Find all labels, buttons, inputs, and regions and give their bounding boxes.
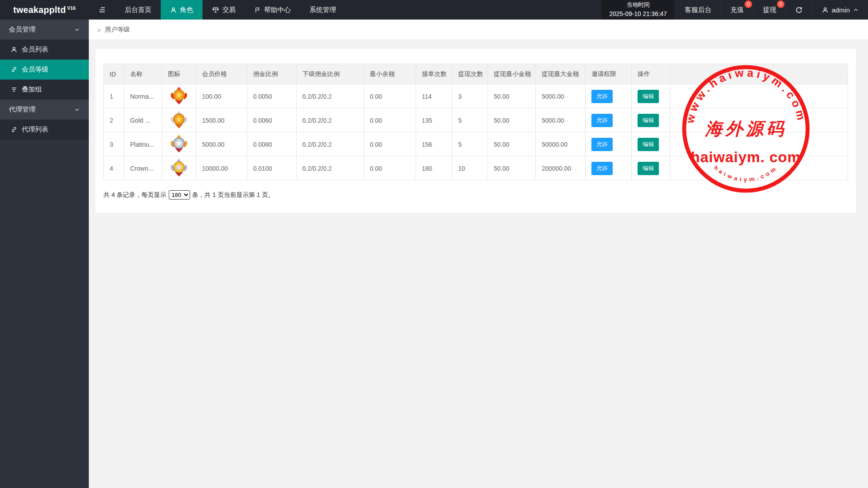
cell-icon: [162, 108, 196, 132]
cell-icon: [162, 84, 196, 108]
table-row: 2Gold ...1500.000.00600.2/0.2/0.20.00135…: [104, 108, 848, 132]
cell-empty: [670, 156, 848, 180]
user-name: admin: [832, 6, 850, 14]
column-header: ID: [104, 64, 124, 84]
cell-invite: 允许: [586, 84, 632, 108]
sidebar-item-label: 叠加组: [22, 85, 42, 94]
nav-item-recharge[interactable]: 充值0: [721, 0, 753, 20]
sidebar-group-agent-mgmt[interactable]: 代理管理: [0, 100, 89, 120]
local-time-label: 当地时间: [626, 0, 650, 9]
cell-action: 编辑: [632, 156, 670, 180]
cell-action: 编辑: [632, 132, 670, 156]
main-content: » 用户等级 ID名称图标会员价格佣金比例下级佣金比例最小余额接单次数提现次数提…: [89, 20, 868, 488]
column-header: 操作: [632, 64, 670, 84]
cell-withdraw-max: 5000.00: [536, 108, 586, 132]
cell-empty: [670, 132, 848, 156]
column-header: 最小余额: [364, 64, 416, 84]
cell-sub-commission: 0.2/0.2/0.2: [297, 156, 364, 180]
sidebar-group-member-mgmt[interactable]: 会员管理: [0, 20, 89, 40]
nav-item-withdraw[interactable]: 提现0: [753, 0, 785, 20]
nav-item-label: 角色: [180, 6, 193, 14]
notification-badge: 0: [745, 0, 752, 8]
table-row: 3Platinu...5000.000.00800.2/0.2/0.20.001…: [104, 132, 848, 156]
chevron-up-icon: [853, 7, 859, 13]
nav-item-help[interactable]: 帮助中心: [245, 0, 300, 20]
link-icon: [11, 66, 17, 73]
user-level-table: ID名称图标会员价格佣金比例下级佣金比例最小余额接单次数提现次数提现最小金额提现…: [103, 64, 848, 180]
nav-item-home[interactable]: 后台首页: [115, 0, 161, 20]
nav-item-label: 提现: [763, 6, 776, 14]
column-header: 邀请权限: [586, 64, 632, 84]
column-header: 下级佣金比例: [297, 64, 364, 84]
cell-sub-commission: 0.2/0.2/0.2: [297, 132, 364, 156]
nav-item-label: 帮助中心: [264, 6, 291, 14]
cell-withdraw-times: 5: [452, 132, 488, 156]
edit-button[interactable]: 编辑: [638, 162, 659, 175]
user-menu[interactable]: admin: [812, 0, 868, 20]
main-nav: 后台首页角色交易帮助中心系统管理: [115, 0, 345, 20]
allow-button[interactable]: 允许: [591, 114, 613, 127]
pagination-bar: 共 4 条记录，每页显示 180 条，共 1 页当前显示第 1 页。: [103, 190, 848, 200]
sidebar-item-label: 会员列表: [22, 45, 48, 54]
cell-withdraw-max: 50000.00: [536, 132, 586, 156]
nav-item-system[interactable]: 系统管理: [300, 0, 345, 20]
cell-orders: 180: [416, 156, 452, 180]
cell-orders: 156: [416, 132, 452, 156]
column-header-empty: [670, 64, 848, 84]
column-header: 提现最小金额: [488, 64, 536, 84]
cell-withdraw-times: 5: [452, 108, 488, 132]
medal-normal-icon: [170, 86, 188, 105]
sidebar: 会员管理会员列表会员等级叠加组代理管理代理列表: [0, 20, 89, 488]
cell-min-balance: 0.00: [364, 156, 416, 180]
cell-empty: [670, 84, 848, 108]
cell-sub-commission: 0.2/0.2/0.2: [297, 84, 364, 108]
column-header: 会员价格: [196, 64, 247, 84]
column-header: 名称: [124, 64, 162, 84]
column-header: 图标: [162, 64, 196, 84]
chevron-down-icon: [74, 27, 80, 32]
cell-icon: [162, 132, 196, 156]
sidebar-item-member-level[interactable]: 会员等级: [0, 60, 89, 80]
cell-price: 10000.00: [196, 156, 247, 180]
nav-item-label: 系统管理: [309, 6, 336, 14]
user-icon: [822, 7, 828, 13]
allow-button[interactable]: 允许: [591, 90, 613, 103]
table-card: ID名称图标会员价格佣金比例下级佣金比例最小余额接单次数提现次数提现最小金额提现…: [95, 49, 856, 213]
user-icon: [170, 7, 177, 13]
link-icon: [11, 126, 17, 133]
notification-badge: 0: [777, 0, 785, 8]
edit-button[interactable]: 编辑: [638, 114, 659, 127]
nav-item-roles[interactable]: 角色: [161, 0, 202, 20]
page-size-select[interactable]: 180: [169, 190, 190, 200]
nav-item-support[interactable]: 客服后台: [675, 0, 721, 20]
column-header: 提现最大金额: [536, 64, 586, 84]
double-chevron-icon: »: [97, 26, 101, 33]
sidebar-item-stack-group[interactable]: 叠加组: [0, 80, 89, 100]
refresh-button[interactable]: [785, 0, 812, 20]
nav-item-label: 充值: [730, 6, 744, 14]
cell-withdraw-min: 50.00: [488, 108, 536, 132]
cell-withdraw-max: 5000.00: [536, 84, 586, 108]
edit-button[interactable]: 编辑: [638, 138, 659, 151]
page-title: 用户等级: [105, 26, 130, 34]
sidebar-group-label: 会员管理: [9, 25, 36, 34]
cell-sub-commission: 0.2/0.2/0.2: [297, 108, 364, 132]
cell-orders: 114: [416, 84, 452, 108]
table-row: 1Norma...100.000.00500.2/0.2/0.20.001143…: [104, 84, 848, 108]
medal-crown-icon: [170, 158, 188, 177]
cell-action: 编辑: [632, 108, 670, 132]
edit-button[interactable]: 编辑: [638, 90, 659, 103]
layers-icon: [11, 86, 17, 93]
app-logo-version: V16: [67, 6, 76, 11]
cell-withdraw-max: 200000.00: [536, 156, 586, 180]
sidebar-item-agent-list[interactable]: 代理列表: [0, 120, 89, 140]
allow-button[interactable]: 允许: [591, 138, 613, 151]
nav-item-trade[interactable]: 交易: [202, 0, 245, 20]
medal-gold-icon: [170, 110, 188, 129]
sidebar-toggle-button[interactable]: [89, 0, 115, 20]
cell-id: 4: [104, 156, 124, 180]
cell-orders: 135: [416, 108, 452, 132]
sidebar-item-member-list[interactable]: 会员列表: [0, 40, 89, 60]
cell-id: 2: [104, 108, 124, 132]
allow-button[interactable]: 允许: [591, 162, 613, 175]
